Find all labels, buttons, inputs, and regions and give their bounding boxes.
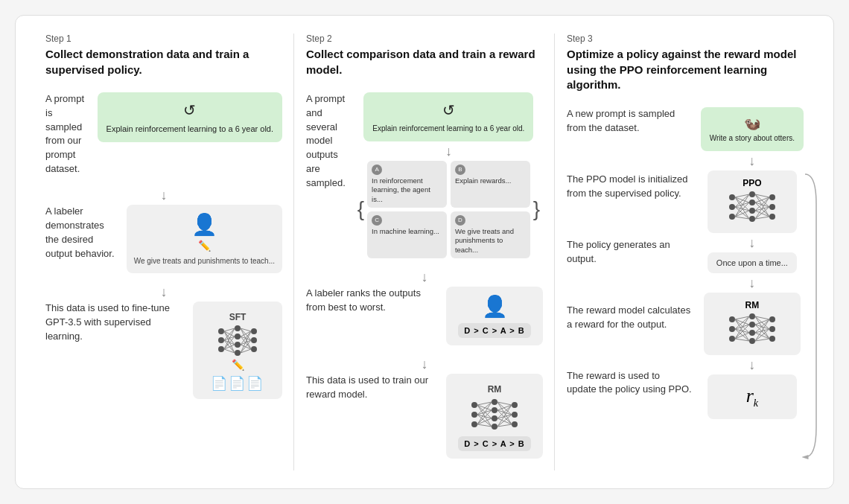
svg-point-106 — [749, 322, 755, 328]
diagram-container: Step 1 Collect demonstration data and tr… — [15, 15, 834, 488]
svg-point-72 — [749, 200, 755, 205]
step1-column: Step 1 Collect demonstration data and tr… — [34, 34, 294, 470]
svg-point-70 — [729, 214, 735, 220]
svg-point-104 — [729, 336, 735, 342]
step3-prompt-box: 🦦 Write a story about otters. — [701, 107, 804, 151]
svg-point-36 — [471, 421, 477, 427]
svg-point-35 — [471, 412, 477, 418]
badge-c: C — [372, 215, 382, 226]
svg-point-34 — [471, 402, 477, 408]
step3-output-box: Once upon a time... — [708, 252, 797, 273]
arrow1: ↓ — [45, 188, 282, 202]
step1-row2: A labeler demonstrates the desired outpu… — [45, 205, 282, 273]
step1-labeler-label: We give treats and punishments to teach.… — [134, 256, 275, 266]
badge-a: A — [372, 165, 382, 175]
sft-doc-icons: 📄📄📄 — [211, 375, 264, 392]
badge-b: B — [455, 165, 465, 175]
output-b: B Explain rewards... — [451, 161, 530, 208]
svg-point-73 — [749, 208, 755, 214]
svg-point-2 — [218, 346, 224, 352]
svg-point-1 — [218, 337, 224, 343]
rm-label: RM — [488, 384, 502, 396]
step2-row2: A labeler ranks the outputs from best to… — [306, 287, 543, 345]
step2-row1: A prompt and several model outputs are s… — [306, 92, 543, 258]
step2-desc2: A labeler ranks the outputs from best to… — [306, 287, 437, 315]
step1-row3: This data is used to fine-tune GPT-3.5 w… — [45, 302, 282, 399]
svg-point-105 — [749, 313, 755, 319]
svg-point-6 — [235, 350, 241, 356]
step2-label: Step 2 — [306, 34, 543, 44]
right-brace: } — [533, 199, 540, 220]
step2-desc3: This data is used to train our reward mo… — [306, 374, 437, 402]
step1-prompt-visual: ↺ Explain reinforcement learning to a 6 … — [98, 92, 282, 142]
step2-labeler-box: 👤 D > C > A > B — [446, 287, 543, 345]
recycle-icon2: ↺ — [372, 100, 524, 121]
step3-ppo-box: PPO — [708, 170, 797, 233]
step2-column: Step 2 Collect comparison data and train… — [294, 34, 555, 470]
sft-edit-icon: ✏️ — [232, 359, 244, 371]
badge-d: D — [455, 215, 465, 226]
arrow2: ↓ — [45, 285, 282, 299]
svg-point-110 — [769, 326, 775, 332]
step3-desc2: The PPO model is initialized from the su… — [567, 173, 692, 223]
svg-point-7 — [251, 328, 257, 334]
step2-prompt-box: ↺ Explain reinforcement learning to a 6 … — [363, 92, 533, 141]
reward-value: rk — [746, 385, 758, 409]
step2-arrow2: ↓ — [306, 270, 543, 284]
step1-labeler-box: 👤 ✏️ We give treats and punishments to t… — [127, 205, 282, 273]
step3-descriptions: A new prompt is sampled from the dataset… — [567, 107, 692, 419]
svg-point-71 — [749, 191, 755, 197]
step1-label: Step 1 — [45, 34, 282, 44]
person-icon: 👤 — [191, 212, 217, 237]
edit-icon: ✏️ — [198, 240, 211, 252]
ppo-label: PPO — [743, 178, 761, 188]
svg-point-69 — [729, 204, 735, 210]
step3-output-text: Once upon a time... — [716, 258, 788, 267]
svg-point-103 — [729, 326, 735, 332]
step1-sft-box: SFT — [193, 302, 282, 399]
output-a: A In reinforcement learning, the agent i… — [367, 161, 447, 208]
step3-arrow3: ↓ — [748, 276, 755, 290]
step2-rm-box: RM — [446, 374, 543, 459]
svg-point-5 — [235, 342, 241, 348]
output-d: D We give treats and punishments to teac… — [451, 211, 530, 258]
svg-point-43 — [512, 421, 518, 427]
otter-icon: 🦦 — [710, 115, 795, 133]
step1-prompt-box: ↺ Explain reinforcement learning to a 6 … — [98, 92, 282, 142]
svg-point-4 — [235, 334, 241, 339]
svg-point-3 — [235, 325, 241, 331]
output-b-text: Explain rewards... — [455, 176, 526, 185]
sft-neural-net — [215, 324, 260, 357]
step1-desc3: This data is used to fine-tune GPT-3.5 w… — [45, 302, 184, 344]
ppo-neural-net — [726, 188, 778, 226]
step2-outputs-grid: A In reinforcement learning, the agent i… — [367, 161, 530, 258]
svg-point-9 — [251, 346, 257, 352]
step2-ranking: D > C > A > B — [458, 323, 531, 338]
output-c: C In machine learning... — [367, 211, 447, 258]
left-brace: { — [357, 199, 364, 220]
rm-neural-net — [468, 396, 521, 433]
step3-prompt-text: Write a story about otters. — [710, 133, 795, 144]
step1-title: Collect demonstration data and train a s… — [45, 47, 282, 77]
step3-desc3: The policy generates an output. — [567, 238, 692, 289]
svg-point-74 — [749, 216, 755, 222]
step1-desc2: A labeler demonstrates the desired outpu… — [45, 205, 118, 261]
step3-rm-label: RM — [745, 300, 760, 310]
rm-neural-net2 — [726, 310, 778, 348]
step2-arrow3: ↓ — [306, 357, 543, 371]
step3-main-layout: A new prompt is sampled from the dataset… — [567, 107, 804, 419]
step2-rm-ranking: D > C > A > B — [458, 436, 531, 451]
svg-point-37 — [492, 399, 497, 405]
step3-column: Step 3 Optimize a policy against the rew… — [555, 34, 815, 470]
output-d-text: We give treats and punishments to teach.… — [455, 227, 526, 255]
svg-point-77 — [769, 214, 775, 220]
step3-reward-box: rk — [708, 374, 797, 419]
svg-point-107 — [749, 330, 755, 336]
step3-arrow2: ↓ — [748, 236, 755, 249]
step2-desc1: A prompt and several model outputs are s… — [306, 92, 346, 191]
step3-arrow4: ↓ — [748, 358, 755, 371]
step3-desc5: The reward is used to update the policy … — [567, 369, 692, 420]
step3-visuals: 🦦 Write a story about otters. ↓ PPO — [701, 107, 804, 419]
step2-row3: This data is used to train our reward mo… — [306, 374, 543, 459]
step3-arrow1: ↓ — [748, 154, 755, 168]
